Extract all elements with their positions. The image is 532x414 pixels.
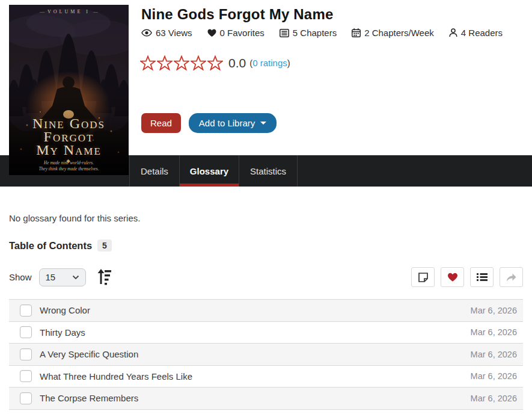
- chapter-row: The Corpse Remembers Mar 6, 2026: [9, 387, 523, 409]
- list-icon: [477, 273, 488, 282]
- share-button[interactable]: [500, 267, 523, 287]
- chapter-checkbox[interactable]: [20, 348, 32, 360]
- rating-score: 0.0: [228, 56, 246, 70]
- chapter-row: What Three Hundred Years Feels Like Mar …: [9, 365, 523, 388]
- chapter-table: Wrong Color Mar 6, 2026 Thirty Days Mar …: [9, 299, 523, 410]
- rating-count: (0 ratings): [249, 58, 290, 68]
- caret-down-icon: [260, 122, 266, 125]
- star-icon[interactable]: [191, 55, 206, 70]
- star-rating-input[interactable]: [140, 55, 223, 70]
- sticky-note-icon: [418, 272, 429, 283]
- chapter-title-link[interactable]: The Corpse Remembers: [40, 393, 138, 403]
- toc-count-badge: 5: [97, 239, 112, 252]
- stat-readers: 4 Readers: [449, 28, 503, 38]
- stat-chapters: 5 Chapters: [280, 28, 337, 38]
- tab-content: No glossary found for this series. Table…: [0, 213, 532, 410]
- show-label: Show: [9, 272, 32, 282]
- sort-amount-icon: [97, 269, 112, 285]
- toc-toolbar: Show 15: [9, 267, 523, 287]
- book-cover: VOLUME I Nine Gods Forgot My Name ◆ He m…: [9, 5, 129, 175]
- cover-volume-label: VOLUME I: [9, 9, 129, 14]
- chapter-date: Mar 6, 2026: [471, 394, 517, 403]
- tab-statistics[interactable]: Statistics: [239, 155, 298, 187]
- page-size-select[interactable]: 15: [39, 268, 86, 286]
- tab-details[interactable]: Details: [129, 155, 180, 187]
- stat-release-rate: 2 Chapters/Week: [352, 28, 434, 38]
- heart-icon: [447, 273, 458, 282]
- toolbar-right: [411, 267, 523, 287]
- chapter-date: Mar 6, 2026: [471, 371, 517, 381]
- read-button[interactable]: Read: [141, 113, 181, 133]
- chapter-date: Mar 6, 2026: [471, 350, 517, 359]
- cover-title: Nine Gods Forgot My Name ◆: [9, 117, 129, 164]
- star-icon[interactable]: [157, 55, 173, 70]
- series-page: VOLUME I Nine Gods Forgot My Name ◆ He m…: [0, 0, 532, 414]
- heart-icon: [207, 29, 216, 37]
- stat-favorites: 0 Favorites: [207, 28, 264, 38]
- chapter-row: Wrong Color Mar 6, 2026: [9, 299, 523, 321]
- chapter-checkbox[interactable]: [20, 326, 32, 338]
- tabs: Details Glossary Statistics: [129, 155, 532, 187]
- action-buttons: Read Add to Library: [141, 113, 277, 133]
- person-icon: [449, 28, 457, 37]
- chapter-title-link[interactable]: Wrong Color: [40, 305, 90, 315]
- chapter-checkbox[interactable]: [20, 392, 32, 404]
- toc-heading: Table of Contents 5: [9, 239, 523, 252]
- chapter-list-button[interactable]: [470, 267, 494, 287]
- star-icon[interactable]: [207, 55, 223, 70]
- chapter-title-link[interactable]: What Three Hundred Years Feels Like: [40, 371, 192, 382]
- star-icon[interactable]: [140, 55, 156, 70]
- star-icon[interactable]: [174, 55, 189, 70]
- chapter-checkbox[interactable]: [20, 370, 32, 382]
- chapter-date: Mar 6, 2026: [471, 306, 517, 315]
- series-header: VOLUME I Nine Gods Forgot My Name ◆ He m…: [0, 0, 532, 187]
- calendar-icon: [352, 28, 361, 37]
- chapter-title-link[interactable]: A Very Specific Question: [40, 349, 138, 359]
- add-to-library-button[interactable]: Add to Library: [189, 113, 277, 133]
- chapter-title-link[interactable]: Thirty Days: [40, 327, 85, 338]
- cover-tagline: He made nine world-rulers. They think th…: [9, 160, 129, 172]
- ratings-link[interactable]: 0 ratings: [252, 58, 287, 68]
- chapters-icon: [280, 29, 289, 37]
- chapter-date: Mar 6, 2026: [471, 327, 517, 337]
- favorite-button[interactable]: [441, 267, 464, 287]
- sort-order-button[interactable]: [97, 269, 112, 285]
- add-note-button[interactable]: [411, 267, 435, 287]
- tab-glossary[interactable]: Glossary: [180, 155, 239, 187]
- chevron-down-icon: [72, 275, 79, 280]
- toolbar-left: Show 15: [9, 268, 112, 286]
- chapter-row: Thirty Days Mar 6, 2026: [9, 321, 523, 344]
- share-arrow-icon: [506, 273, 517, 282]
- series-stats: 63 Views 0 Favorites 5 Chapters 2 Chapte…: [141, 28, 503, 38]
- stat-views: 63 Views: [141, 28, 192, 38]
- rating-widget: 0.0 (0 ratings): [140, 55, 290, 70]
- page-title: Nine Gods Forgot My Name: [141, 6, 334, 23]
- glossary-empty-message: No glossary found for this series.: [9, 213, 523, 223]
- eye-icon: [141, 29, 152, 37]
- chapter-row: A Very Specific Question Mar 6, 2026: [9, 343, 523, 365]
- chapter-checkbox[interactable]: [20, 304, 32, 317]
